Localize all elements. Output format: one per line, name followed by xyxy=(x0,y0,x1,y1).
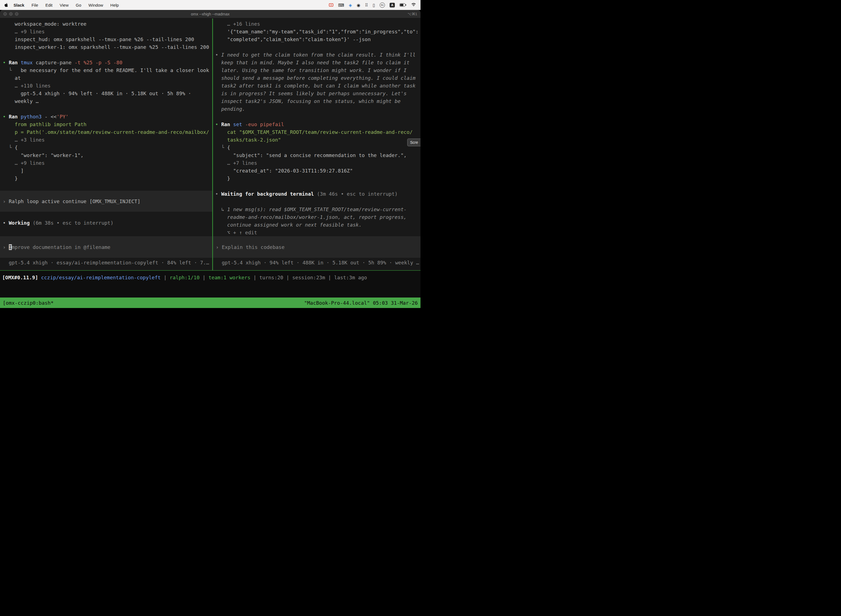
terminal-line: • Ran python3 - <<'PY' xyxy=(3,113,212,120)
terminal-line xyxy=(215,198,420,205)
menu-item-go[interactable]: Go xyxy=(76,3,81,7)
terminal-line: weekly … xyxy=(3,97,212,105)
terminal-line: • Ran tmux capture-pane -t %25 -p -S -80 xyxy=(3,59,212,66)
right-pane-statusline: gpt-5.4 xhigh · 94% left · 488K in · 5.1… xyxy=(216,259,420,267)
right-prompt-input[interactable]: › Explain this codebase xyxy=(213,236,420,258)
text-segment: (6m 38s • esc to interrupt) xyxy=(30,220,113,226)
text-segment: turns:20 xyxy=(259,274,283,280)
text-segment: • xyxy=(3,220,9,226)
terminal-line: at xyxy=(3,74,212,82)
text-segment: gpt-5.4 xhigh · 94% left · 488K in · 5.1… xyxy=(3,91,191,96)
terminal-line: tasks/task-2.json" xyxy=(215,136,420,144)
text-segment: 'PY' xyxy=(57,114,69,119)
text-segment: tasks/task-2.json" xyxy=(215,137,281,143)
launchpad-icon[interactable]: ⠿ xyxy=(365,3,368,7)
terminal-line: inspect task2's JSON, focusing on the st… xyxy=(215,97,420,105)
omx-hud-statusline: [OMX#0.11.9] cczip/essay/ai-reimplementa… xyxy=(0,271,420,287)
tmux-status-bar: [omx-cczip0:bash* "MacBook-Pro-44.local"… xyxy=(0,298,420,308)
terminal-line: "subject": "send a concise recommendatio… xyxy=(215,151,420,159)
terminal-line: cat "$OMX_TEAM_STATE_ROOT/team/review-cu… xyxy=(215,128,420,136)
terminal-line xyxy=(215,182,420,190)
terminal-line: … +9 lines xyxy=(3,28,212,35)
window-shortcut: ⌥⌘1 xyxy=(407,12,417,16)
text-segment xyxy=(38,274,41,280)
text-segment: › xyxy=(3,198,9,204)
right-pane[interactable]: … +16 lines '{"team_name":"my-team","tas… xyxy=(213,19,420,270)
text-segment: } xyxy=(3,176,18,181)
text-segment: -euo pipefail xyxy=(242,122,284,127)
text-segment: continue assigned work or next feasible … xyxy=(215,222,362,228)
text-segment: ⌥ + ↑ edit xyxy=(215,230,257,235)
menu-item-window[interactable]: Window xyxy=(89,3,103,7)
text-segment: 1 new msg(s): read $OMX_TEAM_STATE_ROOT/… xyxy=(227,207,406,212)
terminal-line xyxy=(215,113,420,120)
text-segment: session:23m xyxy=(292,274,325,280)
text-segment: … +9 lines xyxy=(3,29,45,35)
text-segment: Waiting for background terminal xyxy=(221,191,314,197)
text-segment: … +110 lines xyxy=(3,83,50,89)
text-segment: cat "$OMX_TEAM_STATE_ROOT/team/review-cu… xyxy=(215,129,413,135)
terminal-line: continue assigned work or next feasible … xyxy=(215,221,420,229)
battery-percent-badge[interactable]: 61 xyxy=(379,3,385,8)
left-working-status: • Working (6m 38s • esc to interrupt) xyxy=(3,220,113,226)
text-segment: Explain this codebase xyxy=(222,244,285,250)
text-segment: inspect task2's JSON, focusing on the st… xyxy=(215,98,401,104)
terminal-line: p = Path('.omx/state/team/review-current… xyxy=(3,128,212,136)
text-segment: "completed","claim_token":"claim-token"}… xyxy=(215,37,371,42)
text-segment: weekly … xyxy=(3,98,39,104)
terminal-line: "worker": "worker-1", xyxy=(3,151,212,159)
menu-bar: SlackFileEditViewGoWindowHelp ⌨ ◈ ◉ ⠿ ▯ … xyxy=(0,0,420,10)
text-segment: ] xyxy=(3,168,24,174)
text-segment: I need to get the claim token from the c… xyxy=(221,52,416,58)
terminal-line: "created_at": "2026-03-31T11:59:27.816Z" xyxy=(215,167,420,175)
text-segment: set xyxy=(233,122,242,127)
menu-items: SlackFileEditViewGoWindowHelp xyxy=(13,3,119,7)
terminal-line: "completed","claim_token":"claim-token"}… xyxy=(215,35,420,43)
text-segment: … +7 lines xyxy=(215,160,257,166)
menu-item-help[interactable]: Help xyxy=(110,3,119,7)
left-prompt-injected[interactable]: › Ralph loop active continue [OMX_TMUX_I… xyxy=(0,191,212,212)
keyboard-icon[interactable]: ⌨ xyxy=(338,3,344,7)
window-titlebar[interactable]: × − + omx --xhigh --madmax ⌥⌘1 xyxy=(0,10,420,18)
tmux-panes: workspace_mode: worktree … +9 lines insp… xyxy=(0,19,420,270)
text-segment: workspace_mode: worktree xyxy=(3,21,86,27)
text-segment: - << xyxy=(42,114,57,119)
menu-item-view[interactable]: View xyxy=(60,3,69,7)
text-segment: mprove documentation in @filename xyxy=(12,244,111,250)
text-segment: └ xyxy=(215,145,227,150)
terminal-line: … +110 lines xyxy=(3,82,212,90)
wifi-icon[interactable] xyxy=(411,3,416,7)
battery-icon[interactable] xyxy=(400,3,406,7)
terminal-line: … +9 lines xyxy=(3,159,212,167)
text-segment: | xyxy=(325,274,334,280)
text-segment: • xyxy=(3,60,9,65)
text-segment: ↳ xyxy=(215,207,227,212)
menu-status-icons: ⌨ ◈ ◉ ⠿ ▯ 61 A xyxy=(329,3,416,8)
terminal-line: └ be necessary for the end of the README… xyxy=(3,66,212,74)
apple-menu-icon[interactable] xyxy=(4,3,8,7)
screen-recording-icon[interactable] xyxy=(329,3,333,7)
menu-item-edit[interactable]: Edit xyxy=(45,3,53,7)
text-segment: Ran xyxy=(9,114,21,119)
text-segment: Working xyxy=(9,220,30,226)
menu-item-slack[interactable]: Slack xyxy=(13,3,24,7)
terminal-line: … +7 lines xyxy=(215,159,420,167)
terminal-line: • Ran set -euo pipefail xyxy=(215,120,420,128)
left-prompt-input[interactable]: › Improve documentation in @filename xyxy=(0,236,212,258)
terminal-line: └ { xyxy=(215,144,420,151)
dark-app-icon[interactable]: ◉ xyxy=(357,3,360,7)
input-source-icon[interactable]: A xyxy=(390,3,395,7)
color-app-icon[interactable]: ◈ xyxy=(349,3,352,7)
tmux-session-label: [omx-cczip0:bash* xyxy=(3,300,54,306)
left-pane[interactable]: workspace_mode: worktree … +9 lines insp… xyxy=(0,19,212,270)
text-segment: team:1 workers xyxy=(209,274,251,280)
menu-item-file[interactable]: File xyxy=(31,3,38,7)
text-segment: inspect_worker-1: omx sparkshell --tmux-… xyxy=(3,44,209,50)
text-segment: later. Using the same for transition mig… xyxy=(215,67,407,73)
tmux-host-clock-label: "MacBook-Pro-44.local" 05:03 31-Mar-26 xyxy=(304,300,418,306)
device-icon[interactable]: ▯ xyxy=(373,3,375,7)
terminal-line: workspace_mode: worktree xyxy=(3,20,212,28)
text-segment: | xyxy=(251,274,259,280)
text-segment: readme-and-reco/mailbox/worker-1.json, a… xyxy=(215,214,407,220)
text-segment: … +3 lines xyxy=(3,137,45,143)
